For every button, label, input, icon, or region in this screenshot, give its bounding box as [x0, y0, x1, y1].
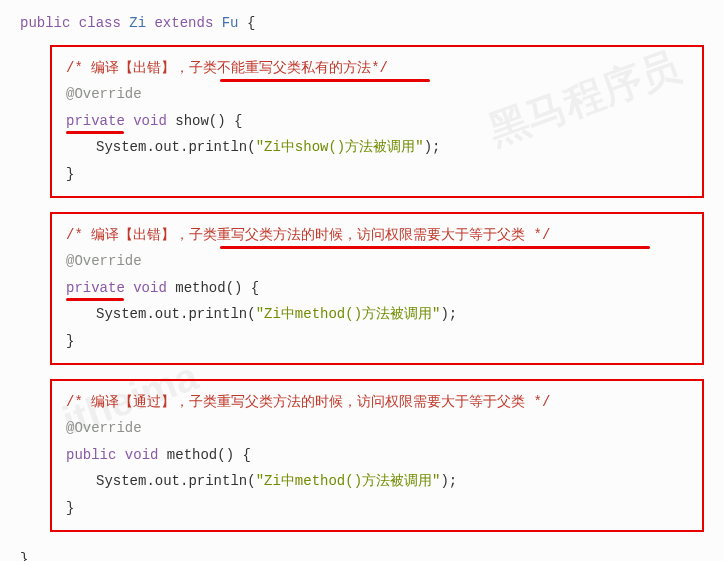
- method-sig: public void method() {: [66, 442, 688, 469]
- sig-tail: () {: [209, 113, 243, 129]
- annotation: @Override: [66, 420, 142, 436]
- string-literal: "Zi中method()方法被调用": [256, 473, 441, 489]
- string-literal: "Zi中method()方法被调用": [256, 306, 441, 322]
- comment-line: /* 编译【出错】，子类不能重写父类私有的方法*/: [66, 55, 688, 82]
- annotation-line: @Override: [66, 81, 688, 108]
- kw-private: private: [66, 280, 125, 296]
- method-name: show: [175, 113, 209, 129]
- kw-private: private: [66, 113, 125, 129]
- comment: /* 编译【通过】，子类重写父类方法的时候，访问权限需要大于等于父类 */: [66, 394, 550, 410]
- error-box-1: /* 编译【出错】，子类不能重写父类私有的方法*/ @Override priv…: [50, 45, 704, 198]
- method-sig: private void show() {: [66, 108, 688, 135]
- sig-tail: () {: [226, 280, 260, 296]
- tail: );: [440, 473, 457, 489]
- body-line: System.out.println("Zi中method()方法被调用");: [66, 301, 457, 328]
- tail: );: [440, 306, 457, 322]
- kw-extends: extends: [154, 15, 213, 31]
- annotation: @Override: [66, 86, 142, 102]
- comment: /* 编译【出错】，子类不能重写父类私有的方法*/: [66, 60, 388, 76]
- kw-class: class: [79, 15, 121, 31]
- pass-box-3: /* 编译【通过】，子类重写父类方法的时候，访问权限需要大于等于父类 */ @O…: [50, 379, 704, 532]
- body-line: System.out.println("Zi中show()方法被调用");: [66, 134, 440, 161]
- close-brace: }: [66, 161, 688, 188]
- comment-line: /* 编译【通过】，子类重写父类方法的时候，访问权限需要大于等于父类 */: [66, 389, 688, 416]
- annotation: @Override: [66, 253, 142, 269]
- kw-void: void: [133, 280, 167, 296]
- kw-public: public: [20, 15, 70, 31]
- class-fu: Fu: [222, 15, 239, 31]
- class-decl: public class Zi extends Fu {: [20, 10, 704, 37]
- body-line: System.out.println("Zi中method()方法被调用");: [66, 468, 457, 495]
- class-close: }: [20, 546, 704, 562]
- kw-void: void: [133, 113, 167, 129]
- comment: /* 编译【出错】，子类重写父类方法的时候，访问权限需要大于等于父类 */: [66, 227, 550, 243]
- sig-tail: () {: [217, 447, 251, 463]
- brace-open: {: [247, 15, 255, 31]
- method-name: method: [175, 280, 225, 296]
- sysout: System.out.println(: [96, 306, 256, 322]
- method-sig: private void method() {: [66, 275, 688, 302]
- method-name: method: [167, 447, 217, 463]
- kw-public: public: [66, 447, 116, 463]
- tail: );: [424, 139, 441, 155]
- close-brace: }: [66, 328, 688, 355]
- sysout: System.out.println(: [96, 473, 256, 489]
- error-box-2: /* 编译【出错】，子类重写父类方法的时候，访问权限需要大于等于父类 */ @O…: [50, 212, 704, 365]
- annotation-line: @Override: [66, 415, 688, 442]
- string-literal: "Zi中show()方法被调用": [256, 139, 424, 155]
- close-brace: }: [66, 495, 688, 522]
- comment-line: /* 编译【出错】，子类重写父类方法的时候，访问权限需要大于等于父类 */: [66, 222, 688, 249]
- annotation-line: @Override: [66, 248, 688, 275]
- kw-void: void: [125, 447, 159, 463]
- sysout: System.out.println(: [96, 139, 256, 155]
- class-zi: Zi: [129, 15, 146, 31]
